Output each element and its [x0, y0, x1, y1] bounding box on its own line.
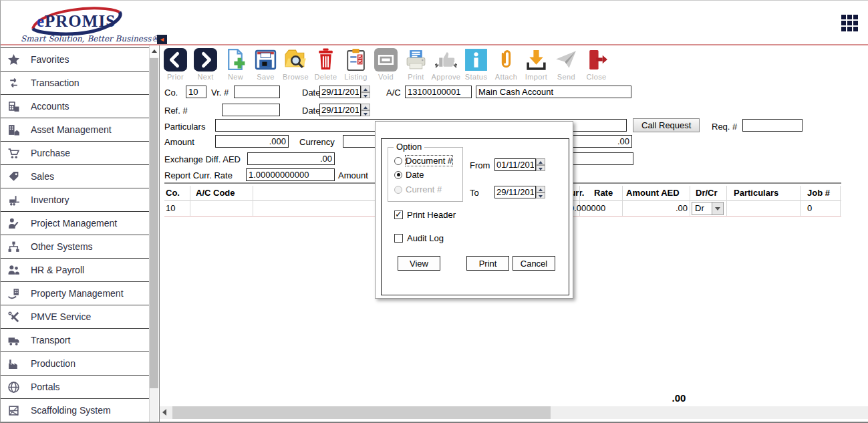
- sidebar-item-inventory[interactable]: Inventory: [1, 188, 149, 212]
- toolbar-print-button[interactable]: Print: [402, 47, 430, 81]
- call-request-button[interactable]: Call Request: [633, 118, 700, 132]
- col-header-amount-aed[interactable]: Amount AED: [626, 188, 680, 198]
- spin-down-icon[interactable]: [536, 165, 545, 172]
- date2-input[interactable]: [319, 104, 361, 116]
- particulars-label: Particulars: [164, 122, 205, 132]
- horizontal-scrollbar[interactable]: [160, 406, 868, 419]
- to-date-spinner[interactable]: [494, 186, 545, 198]
- sidebar-item-portals[interactable]: Portals: [1, 376, 149, 399]
- sidebar-item-other-systems[interactable]: Other Systems: [1, 235, 149, 259]
- spin-up-icon[interactable]: [361, 104, 370, 110]
- co-input[interactable]: [186, 86, 206, 98]
- drcr-select[interactable]: Dr: [692, 202, 724, 215]
- logo-word: PROMIS: [45, 12, 116, 30]
- ac-code-input[interactable]: [405, 86, 472, 98]
- sidebar-item-production[interactable]: Production: [1, 352, 149, 376]
- sidebar-scroll-thumb[interactable]: [150, 58, 158, 388]
- print-button[interactable]: Print: [466, 256, 509, 271]
- print-options-dialog: Option Document # Date Current # From To: [375, 121, 573, 299]
- sidebar-item-accounts[interactable]: Accounts: [1, 95, 149, 118]
- sidebar-item-scaffolding-system[interactable]: Scaffolding System: [1, 399, 149, 422]
- ac-name-input[interactable]: [476, 86, 631, 98]
- col-header-particulars[interactable]: Particulars: [734, 188, 778, 198]
- toolbar-save-button[interactable]: Save: [252, 47, 279, 81]
- date-input[interactable]: [319, 86, 361, 98]
- spin-up-icon[interactable]: [536, 158, 545, 165]
- transfer-arrows-icon: [7, 77, 22, 90]
- cancel-button[interactable]: Cancel: [513, 256, 555, 271]
- sidebar-item-pmve-service[interactable]: PMVE Service: [1, 305, 149, 329]
- toolbar-delete-button[interactable]: Delete: [312, 47, 339, 81]
- sidebar-item-transport[interactable]: Transport: [1, 329, 149, 352]
- audit-log-checkbox[interactable]: Audit Log: [394, 233, 444, 243]
- from-date-input[interactable]: [494, 158, 536, 171]
- to-date-input[interactable]: [494, 186, 536, 198]
- scroll-left-icon[interactable]: [162, 409, 166, 416]
- spin-up-icon[interactable]: [361, 86, 370, 92]
- horizontal-scroll-thumb[interactable]: [172, 406, 551, 419]
- toolbar-listing-button[interactable]: Listing: [342, 47, 370, 81]
- sidebar-item-property-management[interactable]: Property Management: [1, 282, 149, 305]
- ref-input[interactable]: [222, 104, 280, 116]
- report-rate-input[interactable]: [246, 168, 335, 181]
- radio-date[interactable]: Date: [394, 170, 424, 180]
- toolbar-status-button[interactable]: Status: [462, 47, 490, 81]
- radio-selected-icon[interactable]: [394, 171, 402, 179]
- toolbar-prior-button[interactable]: Prior: [162, 47, 189, 81]
- sidebar-item-label: Scaffolding System: [31, 405, 111, 416]
- from-date-spinner[interactable]: [494, 158, 545, 171]
- cell-co[interactable]: 10: [166, 203, 175, 213]
- spin-down-icon[interactable]: [361, 110, 370, 117]
- sidebar-item-project-management[interactable]: Project Management: [1, 212, 149, 235]
- cell-amount-aed[interactable]: .00: [662, 203, 688, 213]
- chevron-down-icon[interactable]: [712, 202, 723, 215]
- col-header-co[interactable]: Co.: [166, 188, 180, 198]
- date-label: Date: [302, 88, 320, 98]
- exchange-input[interactable]: [247, 152, 335, 165]
- cell-job[interactable]: 0: [807, 203, 812, 213]
- toolbar-close-button[interactable]: Close: [583, 47, 610, 81]
- sidebar-item-sales[interactable]: Sales: [1, 165, 149, 188]
- apps-grid-icon[interactable]: [841, 15, 858, 31]
- sidebar-item-hr-payroll[interactable]: HR & Payroll: [1, 259, 149, 282]
- col-header-ac-code[interactable]: A/C Code: [196, 188, 235, 198]
- col-header-rate[interactable]: Rate: [594, 188, 613, 198]
- req-input[interactable]: [742, 119, 803, 132]
- spin-up-icon[interactable]: [536, 186, 545, 192]
- view-button[interactable]: View: [398, 256, 440, 271]
- col-header-job[interactable]: Job #: [807, 188, 830, 198]
- date2-spinner[interactable]: [319, 104, 370, 116]
- toolbar-void-button[interactable]: Void: [372, 47, 400, 81]
- sidebar-item-label: Production: [31, 358, 76, 369]
- scroll-up-icon[interactable]: [150, 45, 158, 57]
- sidebar-item-transaction[interactable]: Transaction: [1, 72, 149, 95]
- sidebar-item-favorites[interactable]: Favorites: [1, 48, 149, 72]
- radio-icon[interactable]: [394, 157, 402, 165]
- sidebar-item-label: PMVE Service: [31, 311, 91, 322]
- sidebar-item-purchase[interactable]: Purchase: [1, 142, 149, 165]
- print-header-checkbox[interactable]: Print Header: [394, 210, 456, 220]
- sidebar-collapse-icon[interactable]: ◄: [157, 35, 167, 45]
- checkbox-icon[interactable]: [394, 234, 403, 243]
- toolbar-attach-button[interactable]: Attach: [492, 47, 520, 81]
- cell-rate[interactable]: 0.000000: [569, 203, 605, 213]
- spin-down-icon[interactable]: [361, 92, 370, 99]
- sidebar-item-label: Accounts: [31, 101, 69, 112]
- checkbox-checked-icon[interactable]: [394, 210, 403, 219]
- toolbar-new-button[interactable]: New: [222, 47, 249, 81]
- attach-icon: [494, 47, 519, 72]
- sidebar-item-asset-management[interactable]: Asset Management: [1, 118, 149, 142]
- vr-input[interactable]: [234, 86, 280, 98]
- toolbar-approve-button[interactable]: Approve: [432, 47, 460, 81]
- sidebar-scrollbar[interactable]: [149, 45, 158, 423]
- date-spinner[interactable]: [319, 86, 370, 98]
- radio-document-number[interactable]: Document #: [394, 156, 452, 166]
- toolbar-import-button[interactable]: Import: [523, 47, 550, 81]
- toolbar-next-button[interactable]: Next: [192, 47, 219, 81]
- toolbar-browse-button[interactable]: Browse: [282, 47, 309, 81]
- spin-down-icon[interactable]: [536, 192, 545, 199]
- amount-input[interactable]: [215, 135, 289, 148]
- col-header-drcr[interactable]: Dr/Cr: [696, 188, 718, 198]
- toolbar-send-button[interactable]: Send: [553, 47, 580, 81]
- globe-icon: [7, 381, 22, 394]
